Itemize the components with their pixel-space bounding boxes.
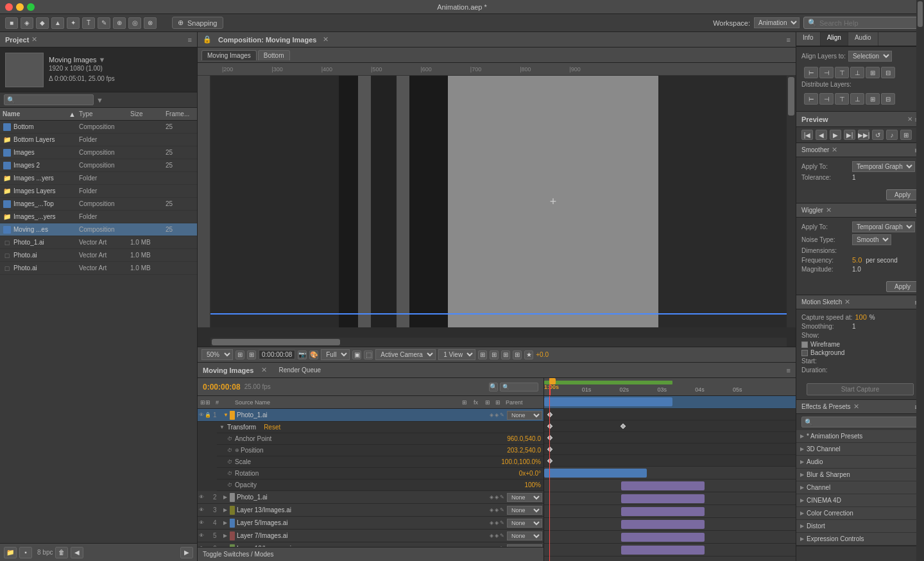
toolbar-icon-4[interactable]: ▲: [51, 17, 64, 29]
puppet-btn[interactable]: ★: [524, 350, 533, 359]
layer-row-2[interactable]: 👁 2 ▶ Photo_1.ai ◈ ◈ ✎ None: [198, 491, 543, 504]
opacity-value[interactable]: 100%: [524, 481, 541, 488]
wiggler-frequency-value[interactable]: 5.0: [852, 256, 862, 264]
anchor-stopwatch[interactable]: ⏱: [227, 436, 232, 442]
opacity-stopwatch[interactable]: ⏱: [227, 482, 232, 488]
timeline-ruler[interactable]: 1:00s 01s 02s 03s 04s 05s: [544, 378, 796, 396]
effects-presets-close[interactable]: ✕: [853, 402, 859, 411]
expand-icon-2[interactable]: ▶: [223, 494, 230, 500]
render-queue-tab[interactable]: Render Queue: [278, 367, 321, 374]
first-frame-btn[interactable]: |◀: [801, 130, 813, 140]
tab-info[interactable]: Info: [796, 32, 821, 46]
smoother-apply-button[interactable]: Apply: [886, 189, 919, 200]
minimize-button[interactable]: [16, 3, 24, 11]
eye-icon-2[interactable]: 👁: [199, 494, 204, 500]
anchor-value[interactable]: 960.0,540.0: [507, 435, 541, 442]
track-bar-1[interactable]: [544, 397, 672, 406]
dist-horiz[interactable]: ⊣: [819, 93, 834, 105]
pixel-btn[interactable]: ⊞: [513, 350, 522, 359]
comp-lock-icon[interactable]: 🔒: [203, 35, 212, 44]
file-item-images-top[interactable]: Images_...Top Composition 25: [0, 198, 197, 211]
search-help-input[interactable]: [819, 19, 903, 27]
file-item-bottom[interactable]: Bottom Composition 25: [0, 121, 197, 134]
layer-mode-3[interactable]: None: [507, 506, 542, 515]
toolbar-icon-1[interactable]: ■: [5, 17, 18, 29]
timeline-menu-icon[interactable]: ≡: [787, 367, 791, 374]
effects-cat-distort[interactable]: ▶ Distort: [796, 520, 924, 533]
scale-value[interactable]: 100.0,100.0%: [501, 458, 541, 465]
track-bar-8[interactable]: [621, 546, 705, 555]
dist-left[interactable]: ⊢: [804, 93, 818, 105]
dist-top[interactable]: ⊥: [850, 93, 864, 105]
switch-3[interactable]: ✎: [500, 412, 504, 418]
layer-row-1[interactable]: 👁 🔒 1 ▼ Photo_1.ai ◈ ◈ ✎: [198, 409, 543, 422]
comp-close-icon[interactable]: ✕: [323, 35, 329, 44]
file-item-photo3[interactable]: □ Photo.ai Vector Art 1.0 MB: [0, 262, 197, 275]
workspace-select[interactable]: Animation: [754, 17, 800, 28]
project-search-input[interactable]: [4, 94, 94, 105]
align-to-select[interactable]: Selection: [848, 51, 892, 62]
start-capture-button[interactable]: Start Capture: [807, 383, 914, 395]
work-area-bar[interactable]: [544, 381, 672, 384]
search-help-container[interactable]: 🔍: [803, 17, 919, 29]
file-item-bottom-layers[interactable]: 📁 Bottom Layers Folder: [0, 134, 197, 146]
keyframe-position-2[interactable]: [620, 423, 626, 428]
next-frame-btn[interactable]: ▶|: [844, 130, 855, 140]
file-item-images-yers[interactable]: 📁 Images ...yers Folder: [0, 172, 197, 185]
track-bar-3[interactable]: [621, 481, 705, 490]
effects-search-input[interactable]: [801, 417, 919, 427]
layer-mode-2[interactable]: None: [507, 493, 542, 502]
keyframe-scale[interactable]: [547, 435, 552, 440]
switch-1[interactable]: ◈: [490, 412, 493, 418]
channel-btn[interactable]: ⊞: [478, 350, 487, 359]
toolbar-icon-8[interactable]: ⊕: [113, 17, 126, 29]
tl-search-icon[interactable]: 🔍: [489, 383, 498, 392]
tl-search-input[interactable]: [500, 383, 538, 392]
expand-transform-icon[interactable]: ▼: [219, 424, 225, 430]
trash-button[interactable]: 🗑: [55, 547, 68, 558]
effects-cat-expression[interactable]: ▶ Expression Controls: [796, 533, 924, 546]
dist-bottom[interactable]: ⊟: [881, 93, 895, 105]
new-comp-button[interactable]: ▪: [19, 547, 32, 558]
keyframe-opacity[interactable]: [547, 458, 552, 463]
playhead-marker[interactable]: [549, 378, 556, 384]
effects-cat-audio[interactable]: ▶ Audio: [796, 456, 924, 469]
scale-stopwatch[interactable]: ⏱: [227, 459, 232, 465]
align-vert-centers[interactable]: ⊞: [866, 67, 880, 78]
track-bar-2[interactable]: [544, 469, 647, 478]
expose-btn[interactable]: ⊞: [490, 350, 499, 359]
zoom-select[interactable]: 50%: [201, 349, 233, 360]
file-item-images-layers[interactable]: 📁 Images Layers Folder: [0, 185, 197, 198]
preview-close[interactable]: ✕: [907, 116, 912, 123]
effects-cat-color-correction[interactable]: ▶ Color Correction: [796, 507, 924, 520]
layer-row-4[interactable]: 👁 4 ▶ Layer 5/Images.ai ◈ ◈ ✎ None: [198, 517, 543, 530]
align-bottom-edges[interactable]: ⊟: [881, 67, 895, 78]
toolbar-icon-3[interactable]: ◆: [36, 17, 49, 29]
wireframe-checkbox[interactable]: [801, 341, 808, 348]
keyframe-anchor[interactable]: [547, 411, 552, 417]
layer-row-5[interactable]: 👁 5 ▶ Layer 7/Images.ai ◈ ◈ ✎ None: [198, 530, 543, 542]
keyframe-position-1[interactable]: [547, 423, 552, 428]
tab-audio[interactable]: Audio: [848, 32, 878, 46]
background-checkbox[interactable]: [801, 350, 808, 356]
comp-tab-bottom[interactable]: Bottom: [258, 50, 290, 60]
toolbar-icon-6[interactable]: T: [82, 17, 95, 29]
layer-row-6[interactable]: 👁 6 ▶ Layer 10/Images.ai ◈ ◈ ✎ None: [198, 542, 543, 547]
keyframe-rotation[interactable]: [547, 446, 552, 451]
project-close-icon[interactable]: ✕: [31, 35, 37, 44]
camera-btn[interactable]: 📷: [298, 350, 307, 359]
toggle-switches-btn[interactable]: Toggle Switches / Modes: [203, 551, 274, 558]
effects-cat-blur-sharpen[interactable]: ▶ Blur & Sharpen: [796, 469, 924, 481]
effects-cat-3d-channel[interactable]: ▶ 3D Channel: [796, 443, 924, 456]
layer-mode-1[interactable]: None: [507, 411, 542, 420]
smoother-apply-to-select[interactable]: Temporal Graph: [852, 161, 915, 172]
timeline-current-time[interactable]: 0:00:00:08: [203, 383, 241, 392]
project-menu-icon[interactable]: ≡: [188, 36, 192, 44]
wiggler-magnitude-value[interactable]: 1.0: [852, 266, 861, 273]
vertical-scrollbar[interactable]: [787, 76, 796, 327]
wiggler-apply-button[interactable]: Apply: [886, 281, 919, 292]
rotation-stopwatch[interactable]: ⏱: [227, 470, 232, 476]
smoothing-value[interactable]: 1: [852, 323, 856, 330]
expand-icon-1[interactable]: ▼: [223, 412, 230, 418]
grid-btn[interactable]: ⊞: [247, 350, 256, 359]
